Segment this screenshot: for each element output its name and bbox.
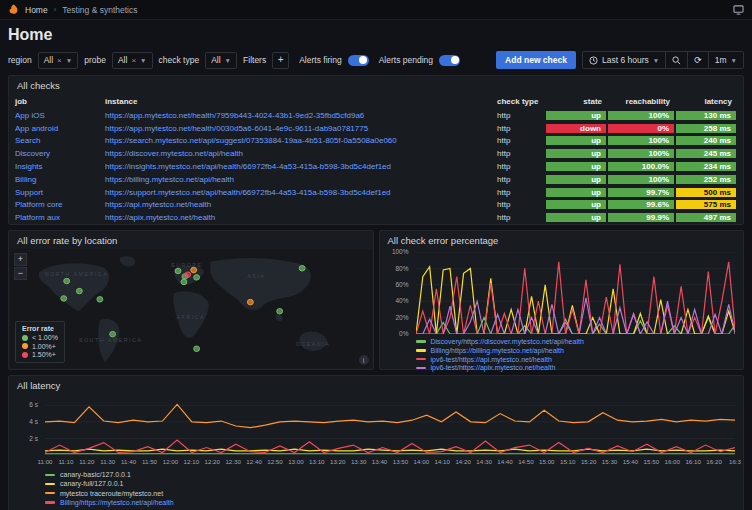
job-link[interactable]: Discovery — [15, 149, 50, 158]
column-header-instance[interactable]: instance — [105, 97, 497, 106]
panel-title[interactable]: All error rate by location — [9, 231, 373, 249]
breadcrumb-home[interactable]: Home — [25, 5, 48, 15]
instance-link[interactable]: https://api.mytestco.net/health — [105, 200, 211, 209]
location-dot[interactable] — [97, 297, 103, 302]
magnifier-icon — [672, 56, 681, 65]
y-tick-label: 20% — [379, 315, 409, 321]
state-cell: up — [545, 160, 607, 173]
location-dot[interactable] — [76, 289, 82, 294]
state-cell: up — [545, 199, 607, 212]
location-dot[interactable] — [247, 300, 253, 305]
column-header-check-type[interactable]: check type — [497, 97, 545, 106]
location-dot[interactable] — [194, 275, 200, 280]
location-dot[interactable] — [110, 332, 116, 337]
latency-chart-legend: canary-basic/127.0.0.1canary-full/127.0.… — [45, 470, 735, 507]
legend-item[interactable]: canary-basic/127.0.0.1 — [45, 470, 735, 479]
add-filter-button[interactable]: + — [272, 52, 289, 69]
job-link[interactable]: Platform aux — [15, 213, 60, 222]
column-header-reachability[interactable]: reachability — [607, 97, 675, 106]
job-link[interactable]: Search — [15, 136, 40, 145]
location-dot[interactable] — [185, 272, 191, 277]
time-range-picker[interactable]: Last 6 hours ▼ — [583, 52, 665, 68]
legend-label[interactable]: canary-basic/127.0.0.1 — [60, 471, 131, 478]
refresh-interval-select[interactable]: 1m ▼ — [708, 52, 743, 68]
map-attribution-icon[interactable]: i — [359, 355, 369, 365]
check-type-select[interactable]: All ▼ — [205, 52, 237, 69]
legend-item[interactable]: ipv6-test/https://apix.mytestco.net/heal… — [416, 364, 736, 373]
location-dot[interactable] — [191, 267, 197, 272]
job-link[interactable]: Support — [15, 188, 43, 197]
instance-link[interactable]: https://discover.mytestco.net/api/health — [105, 149, 243, 158]
location-dot[interactable] — [277, 309, 283, 314]
location-dot[interactable] — [299, 266, 305, 271]
table-row: App iOShttps://app.mytestco.net/health/7… — [9, 109, 743, 122]
column-header-job[interactable]: job — [15, 97, 105, 106]
x-tick-label: 11:10 — [58, 458, 73, 465]
location-dot[interactable] — [64, 278, 70, 283]
legend-item[interactable]: Billing/https://mytestco.net/api/health — [45, 498, 735, 507]
instance-link[interactable]: https://support.mytestco.net/api/health/… — [105, 188, 391, 197]
legend-item[interactable]: ipv6-test/https://api.mytestco.net/healt… — [416, 355, 736, 364]
job-link[interactable]: Platform core — [15, 200, 63, 209]
clear-icon[interactable]: × — [57, 56, 62, 65]
zoom-out-button[interactable]: − — [14, 267, 27, 280]
job-link[interactable]: Billing — [15, 175, 36, 184]
breadcrumb-separator: › — [54, 5, 57, 14]
all-latency-panel: All latency 2 s4 s6 s 11:0011:1011:2011:… — [8, 375, 744, 510]
location-dot[interactable] — [61, 296, 67, 301]
zoom-in-button[interactable]: + — [14, 253, 27, 266]
location-dot[interactable] — [194, 346, 200, 351]
legend-label[interactable]: ipv6-test/https://api.mytestco.net/healt… — [431, 356, 552, 363]
monitor-icon[interactable] — [733, 5, 744, 15]
location-dot[interactable] — [181, 279, 187, 284]
panel-title[interactable]: All checks — [9, 76, 743, 94]
legend-label[interactable]: Billing/https://billing.mytestco.net/api… — [431, 347, 564, 354]
refresh-button[interactable]: ⟳ — [687, 52, 708, 68]
alerts-pending-toggle[interactable] — [439, 55, 460, 66]
job-link[interactable]: Insights — [15, 162, 43, 171]
region-select[interactable]: All × ▼ — [38, 52, 79, 69]
alerts-firing-toggle[interactable] — [348, 55, 369, 66]
instance-link[interactable]: https://search.mytestco.net/api/suggest/… — [105, 136, 397, 145]
y-tick-label: 6 s — [8, 402, 38, 408]
y-tick-label: 100% — [379, 249, 409, 255]
legend-label[interactable]: Discovery/https://discover.mytestco.net/… — [431, 338, 584, 345]
location-dot[interactable] — [175, 268, 181, 273]
world-map[interactable]: NORTH AMERICASOUTH AMERICAEUROPEAFRICAAS… — [10, 249, 372, 368]
latency-cell: 497 ms — [675, 211, 737, 224]
job-link[interactable]: App iOS — [15, 111, 45, 120]
column-header-state[interactable]: state — [545, 97, 607, 106]
x-tick-label: 16:20 — [706, 458, 721, 465]
check-error-percentage-panel: All check error percentage 0%20%40%60%80… — [379, 230, 745, 370]
reachability-cell: 100.0% — [607, 160, 675, 173]
instance-link[interactable]: https://app.mytestco.net/health/0030d5a6… — [105, 124, 368, 133]
clear-icon[interactable]: × — [131, 56, 136, 65]
zoom-out-time-button[interactable] — [665, 52, 687, 68]
add-new-check-button[interactable]: Add new check — [496, 51, 576, 69]
latency-cell: 234 ms — [675, 160, 737, 173]
latency-chart-plot[interactable]: 2 s4 s6 s — [45, 397, 735, 455]
panel-title[interactable]: All latency — [9, 376, 743, 394]
dashboard-toolbar: region All × ▼ probe All × ▼ check type … — [8, 51, 744, 69]
legend-item[interactable]: Billing/https://billing.mytestco.net/api… — [416, 346, 736, 355]
legend-item[interactable]: mytestco traceroute/mytestco.net — [45, 489, 735, 498]
y-tick-label: 4 s — [8, 419, 38, 425]
panel-title[interactable]: All check error percentage — [380, 231, 744, 249]
legend-label[interactable]: Billing/https://mytestco.net/api/health — [60, 499, 174, 506]
instance-link[interactable]: https://billing.mytestco.net/api/health — [105, 175, 234, 184]
instance-link[interactable]: https://apix.mytestco.net/health — [105, 213, 215, 222]
instance-link[interactable]: https://app.mytestco.net/health/7959b443… — [105, 111, 364, 120]
legend-label[interactable]: canary-full/127.0.0.1 — [60, 480, 123, 487]
job-link[interactable]: App android — [15, 124, 58, 133]
instance-link[interactable]: https://insights.mytestco.net/api/health… — [105, 162, 391, 171]
legend-label[interactable]: ipv6-test/https://apix.mytestco.net/heal… — [431, 364, 556, 371]
column-header-latency[interactable]: latency — [675, 97, 737, 106]
error-chart-plot[interactable]: 0%20%40%60%80%100% — [416, 252, 736, 334]
reachability-cell: 99.9% — [607, 211, 675, 224]
probe-select[interactable]: All × ▼ — [112, 52, 153, 69]
legend-item[interactable]: Discovery/https://discover.mytestco.net/… — [416, 337, 736, 346]
legend-label[interactable]: mytestco traceroute/mytestco.net — [60, 490, 163, 497]
legend-item[interactable]: canary-full/127.0.0.1 — [45, 479, 735, 488]
map-legend-item: < 1.00% — [22, 334, 58, 343]
grafana-logo-icon[interactable] — [8, 4, 19, 15]
